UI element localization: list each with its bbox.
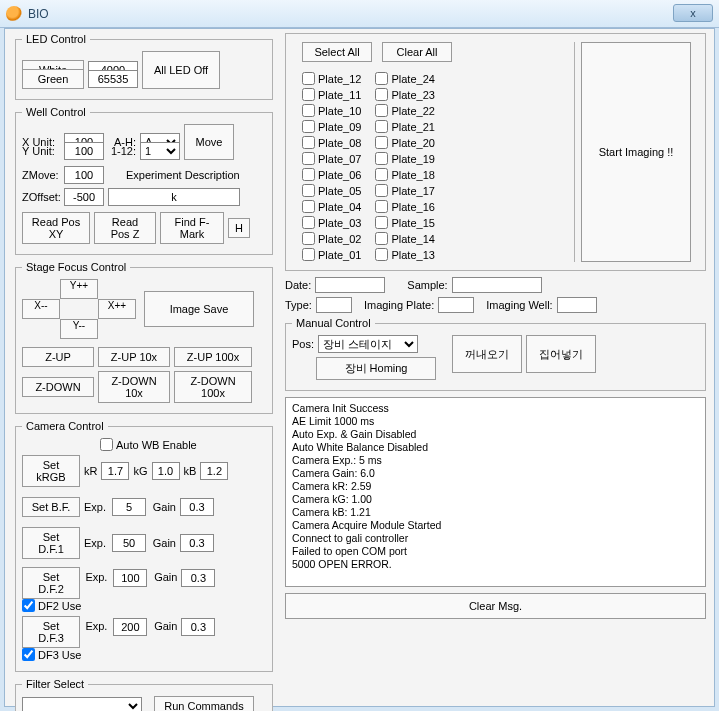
- plate-checkbox[interactable]: Plate_04: [302, 200, 361, 213]
- window-body: LED Control White All LED Off Green Well…: [4, 28, 715, 707]
- exp-desc-label: Experiment Description: [126, 169, 240, 181]
- df1-exp-input[interactable]: [112, 534, 146, 552]
- df2-use-checkbox[interactable]: DF2 Use: [22, 599, 81, 612]
- plate-checkbox[interactable]: Plate_20: [375, 136, 434, 149]
- plate-checkbox[interactable]: Plate_06: [302, 168, 361, 181]
- type-label: Type:: [285, 299, 312, 311]
- app-icon: [6, 6, 22, 22]
- insert-button[interactable]: 집어넣기: [526, 335, 596, 373]
- plate-checkbox[interactable]: Plate_03: [302, 216, 361, 229]
- close-button[interactable]: x: [673, 4, 713, 22]
- plate-checkbox[interactable]: Plate_22: [375, 104, 434, 117]
- df1-gain-input[interactable]: [180, 534, 214, 552]
- df3-exp-label: Exp.: [85, 620, 109, 632]
- clear-all-button[interactable]: Clear All: [382, 42, 452, 62]
- plate-checkbox[interactable]: Plate_09: [302, 120, 361, 133]
- set-bf-button[interactable]: Set B.F.: [22, 497, 80, 517]
- plate-checkbox[interactable]: Plate_01: [302, 248, 361, 261]
- clear-msg-button[interactable]: Clear Msg.: [285, 593, 706, 619]
- plate-checkbox[interactable]: Plate_12: [302, 72, 361, 85]
- exp-desc-input[interactable]: [108, 188, 240, 206]
- read-pos-z-button[interactable]: Read Pos Z: [94, 212, 156, 244]
- df2-gain-input[interactable]: [181, 569, 215, 587]
- date-label: Date:: [285, 279, 311, 291]
- plate-checkbox[interactable]: Plate_02: [302, 232, 361, 245]
- z-down-100x-button[interactable]: Z-DOWN 100x: [174, 371, 252, 403]
- kr-input[interactable]: [101, 462, 129, 480]
- plate-checkbox[interactable]: Plate_10: [302, 104, 361, 117]
- imaging-plate-label: Imaging Plate:: [364, 299, 434, 311]
- plate-checkbox[interactable]: Plate_08: [302, 136, 361, 149]
- pos-select[interactable]: 장비 스테이지: [318, 335, 418, 353]
- log-output: Camera Init Success AE Limit 1000 ms Aut…: [285, 397, 706, 587]
- green-button[interactable]: Green: [22, 69, 84, 89]
- plate-checkbox[interactable]: Plate_05: [302, 184, 361, 197]
- imaging-panel: Select All Clear All Plate_12Plate_11Pla…: [285, 33, 706, 271]
- kb-label: kB: [184, 465, 197, 477]
- plate-checkbox[interactable]: Plate_14: [375, 232, 434, 245]
- y-plus-button[interactable]: Y++: [60, 279, 98, 299]
- select-all-button[interactable]: Select All: [302, 42, 372, 62]
- df2-exp-label: Exp.: [85, 571, 109, 583]
- plate-checkbox[interactable]: Plate_23: [375, 88, 434, 101]
- x-minus-button[interactable]: X--: [22, 299, 60, 319]
- df2-exp-input[interactable]: [113, 569, 147, 587]
- z-down-10x-button[interactable]: Z-DOWN 10x: [98, 371, 170, 403]
- stage-focus-group: Stage Focus Control Y++ X--X++ Y-- Image…: [15, 261, 273, 414]
- zmove-input[interactable]: [64, 166, 104, 184]
- manual-control-group: Manual Control Pos: 장비 스테이지 장비 Homing 꺼내…: [285, 317, 706, 391]
- zoffset-input[interactable]: [64, 188, 104, 206]
- plate-checkbox[interactable]: Plate_07: [302, 152, 361, 165]
- plate-checkbox[interactable]: Plate_17: [375, 184, 434, 197]
- eject-button[interactable]: 꺼내오기: [452, 335, 522, 373]
- bf-exp-input[interactable]: [112, 498, 146, 516]
- xy-jog-pad: Y++ X--X++ Y--: [22, 279, 136, 339]
- window-title: BIO: [28, 7, 49, 21]
- imaging-plate-value: [438, 297, 474, 313]
- set-df1-button[interactable]: Set D.F.1: [22, 527, 80, 559]
- image-save-button[interactable]: Image Save: [144, 291, 254, 327]
- df3-use-checkbox[interactable]: DF3 Use: [22, 648, 81, 661]
- homing-button[interactable]: 장비 Homing: [316, 357, 436, 380]
- z-up-100x-button[interactable]: Z-UP 100x: [174, 347, 252, 367]
- plate-checkbox[interactable]: Plate_13: [375, 248, 434, 261]
- set-krgb-button[interactable]: Set kRGB: [22, 455, 80, 487]
- find-fmark-button[interactable]: Find F-Mark: [160, 212, 224, 244]
- y-minus-button[interactable]: Y--: [60, 319, 98, 339]
- pos-label: Pos:: [292, 338, 314, 350]
- info-row-1: Date: Sample:: [285, 277, 706, 293]
- x-plus-button[interactable]: X++: [98, 299, 136, 319]
- start-imaging-button[interactable]: Start Imaging !!: [581, 42, 691, 262]
- zmove-label: ZMove:: [22, 169, 60, 181]
- df3-exp-input[interactable]: [113, 618, 147, 636]
- plate-checkbox[interactable]: Plate_24: [375, 72, 434, 85]
- move-button[interactable]: Move: [184, 124, 234, 160]
- z-down-button[interactable]: Z-DOWN: [22, 377, 94, 397]
- plate-checkbox[interactable]: Plate_16: [375, 200, 434, 213]
- z-up-button[interactable]: Z-UP: [22, 347, 94, 367]
- all-led-off-button[interactable]: All LED Off: [142, 51, 220, 89]
- plate-checkbox[interactable]: Plate_15: [375, 216, 434, 229]
- set-df2-button[interactable]: Set D.F.2: [22, 567, 80, 599]
- df2-gain-label: Gain: [151, 571, 177, 583]
- run-commands-button[interactable]: Run Commands: [154, 696, 254, 711]
- plate-checkbox[interactable]: Plate_11: [302, 88, 361, 101]
- auto-wb-checkbox[interactable]: Auto WB Enable: [100, 438, 197, 451]
- plate-checkbox[interactable]: Plate_21: [375, 120, 434, 133]
- set-df3-button[interactable]: Set D.F.3: [22, 616, 80, 648]
- z-up-10x-button[interactable]: Z-UP 10x: [98, 347, 170, 367]
- yunit-input[interactable]: [64, 142, 104, 160]
- h-button[interactable]: H: [228, 218, 250, 238]
- manual-legend: Manual Control: [292, 317, 375, 329]
- bf-gain-input[interactable]: [180, 498, 214, 516]
- read-pos-xy-button[interactable]: Read Pos XY: [22, 212, 90, 244]
- kb-input[interactable]: [200, 462, 228, 480]
- plate-checkbox[interactable]: Plate_19: [375, 152, 434, 165]
- green-value-input[interactable]: [88, 70, 138, 88]
- bf-exp-label: Exp.: [84, 501, 108, 513]
- filter-select[interactable]: [22, 697, 142, 711]
- df3-gain-input[interactable]: [181, 618, 215, 636]
- kg-input[interactable]: [152, 462, 180, 480]
- n112-select[interactable]: 1: [140, 142, 180, 160]
- plate-checkbox[interactable]: Plate_18: [375, 168, 434, 181]
